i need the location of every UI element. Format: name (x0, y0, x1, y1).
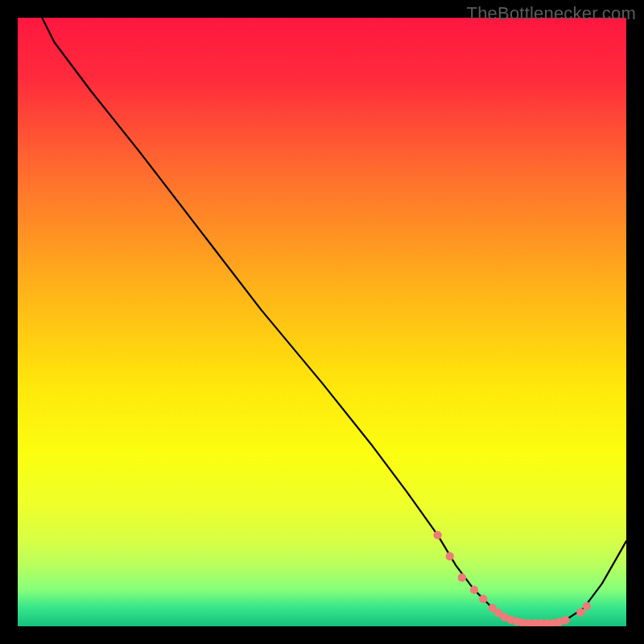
marker-point (561, 616, 569, 624)
marker-point (458, 573, 466, 581)
marker-point (583, 602, 591, 610)
gradient-background (18, 18, 626, 626)
marker-point (576, 608, 584, 616)
marker-point (470, 585, 478, 593)
marker-point (446, 552, 454, 560)
watermark-text: TheBottlenecker.com (467, 3, 636, 24)
marker-point (479, 595, 487, 603)
chart-frame (18, 18, 626, 626)
chart-svg (18, 18, 626, 626)
marker-point (433, 530, 441, 539)
